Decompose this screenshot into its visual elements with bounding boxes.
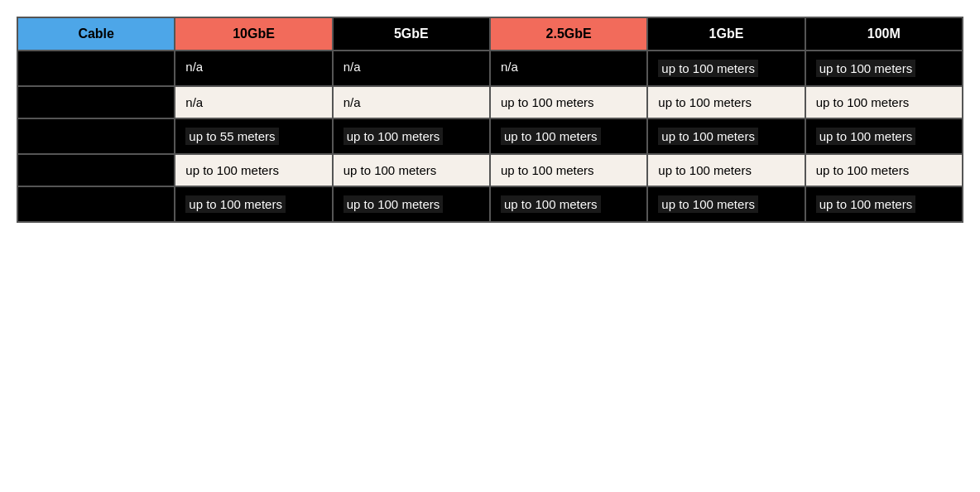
table-cell: up to 100 meters xyxy=(805,186,963,222)
table-row: up to 55 metersup to 100 metersup to 100… xyxy=(17,118,963,154)
table-cell: up to 100 meters xyxy=(490,154,647,186)
table-wrapper: Cable 10GbE 5GbE 2.5GbE 1GbE 100M n/an/a… xyxy=(0,0,980,239)
table-cell: up to 100 meters xyxy=(647,51,805,86)
table-cell: up to 100 meters xyxy=(647,86,805,118)
cell-cable-col xyxy=(17,186,175,222)
table-cell: up to 100 meters xyxy=(647,154,805,186)
table-cell: up to 100 meters xyxy=(333,186,490,222)
table-row: up to 100 metersup to 100 metersup to 10… xyxy=(17,154,963,186)
table-cell: up to 100 meters xyxy=(647,118,805,154)
cell-cable-col xyxy=(17,118,175,154)
table-cell: up to 100 meters xyxy=(490,186,647,222)
header-5gbe: 5GbE xyxy=(333,17,490,51)
table-row: n/an/an/aup to 100 metersup to 100 meter… xyxy=(17,51,963,86)
table-cell: up to 100 meters xyxy=(805,154,963,186)
header-25gbe: 2.5GbE xyxy=(490,17,647,51)
header-10gbe: 10GbE xyxy=(175,17,332,51)
header-cable: Cable xyxy=(17,17,175,51)
table-cell: up to 100 meters xyxy=(175,154,332,186)
cable-table: Cable 10GbE 5GbE 2.5GbE 1GbE 100M n/an/a… xyxy=(17,17,963,223)
table-cell: up to 100 meters xyxy=(490,118,647,154)
table-cell: n/a xyxy=(490,51,647,86)
table-row: up to 100 metersup to 100 metersup to 10… xyxy=(17,186,963,222)
table-cell: up to 100 meters xyxy=(333,154,490,186)
table-cell: up to 100 meters xyxy=(333,118,490,154)
table-cell: n/a xyxy=(333,86,490,118)
table-cell: up to 55 meters xyxy=(175,118,332,154)
header-1gbe: 1GbE xyxy=(647,17,805,51)
cell-cable-col xyxy=(17,51,175,86)
table-cell: up to 100 meters xyxy=(175,186,332,222)
table-cell: n/a xyxy=(333,51,490,86)
header-100m: 100M xyxy=(805,17,963,51)
table-cell: up to 100 meters xyxy=(647,186,805,222)
table-row: n/an/aup to 100 metersup to 100 metersup… xyxy=(17,86,963,118)
table-cell: up to 100 meters xyxy=(805,86,963,118)
table-cell: up to 100 meters xyxy=(490,86,647,118)
table-cell: up to 100 meters xyxy=(805,51,963,86)
cell-cable-col xyxy=(17,86,175,118)
table-cell: up to 100 meters xyxy=(805,118,963,154)
cell-cable-col xyxy=(17,154,175,186)
table-cell: n/a xyxy=(175,86,332,118)
table-cell: n/a xyxy=(175,51,332,86)
